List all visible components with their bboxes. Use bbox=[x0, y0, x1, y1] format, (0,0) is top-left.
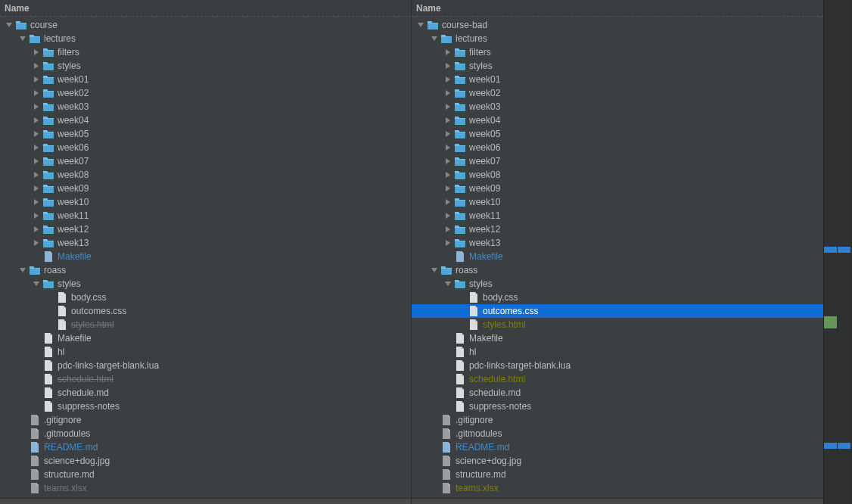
expand-arrow-down-icon[interactable] bbox=[418, 22, 424, 28]
tree-row[interactable]: week05 bbox=[412, 127, 823, 141]
expand-arrow-down-icon[interactable] bbox=[20, 36, 26, 42]
tree-row[interactable]: schedule.md bbox=[0, 386, 411, 400]
expand-arrow-right-icon[interactable] bbox=[445, 90, 451, 96]
tree-row[interactable]: outcomes.css bbox=[0, 304, 411, 318]
diff-minimap[interactable] bbox=[823, 0, 852, 504]
expand-arrow-down-icon[interactable] bbox=[431, 267, 437, 273]
tree-row[interactable]: roass bbox=[0, 263, 411, 277]
tree-row[interactable]: week04 bbox=[0, 114, 411, 127]
expand-arrow-down-icon[interactable] bbox=[20, 267, 26, 273]
tree-row[interactable]: week12 bbox=[0, 222, 411, 236]
expand-arrow-right-icon[interactable] bbox=[33, 240, 39, 246]
tree-row[interactable]: week03 bbox=[412, 100, 823, 114]
tree-row[interactable]: lectures bbox=[0, 32, 411, 45]
tree-row[interactable]: teams.xlsx bbox=[0, 481, 411, 495]
expand-arrow-right-icon[interactable] bbox=[33, 90, 39, 96]
right-tree[interactable]: course-badlecturesfiltersstylesweek01wee… bbox=[412, 17, 823, 498]
diff-marker[interactable] bbox=[838, 443, 850, 449]
tree-row[interactable]: week07 bbox=[0, 154, 411, 168]
tree-row[interactable]: suppress-notes bbox=[412, 400, 823, 413]
tree-row[interactable]: filters bbox=[412, 45, 823, 59]
tree-row[interactable]: suppress-notes bbox=[0, 400, 411, 413]
horizontal-scrollbar[interactable] bbox=[0, 498, 411, 504]
expand-arrow-right-icon[interactable] bbox=[445, 226, 451, 232]
tree-row[interactable]: .gitmodules bbox=[412, 427, 823, 440]
tree-row[interactable]: filters bbox=[0, 45, 411, 59]
expand-arrow-right-icon[interactable] bbox=[33, 63, 39, 69]
expand-arrow-right-icon[interactable] bbox=[33, 213, 39, 219]
tree-row[interactable]: week03 bbox=[0, 100, 411, 114]
diff-marker[interactable] bbox=[824, 316, 837, 322]
tree-row[interactable]: week12 bbox=[412, 222, 823, 236]
tree-row[interactable]: pdc-links-target-blank.lua bbox=[0, 359, 411, 372]
expand-arrow-right-icon[interactable] bbox=[445, 199, 451, 205]
tree-row[interactable]: week10 bbox=[0, 195, 411, 209]
expand-arrow-right-icon[interactable] bbox=[445, 172, 451, 178]
tree-row[interactable]: structure.md bbox=[0, 468, 411, 481]
tree-row[interactable]: week04 bbox=[412, 114, 823, 127]
expand-arrow-right-icon[interactable] bbox=[33, 76, 39, 82]
tree-row[interactable]: week11 bbox=[412, 209, 823, 222]
tree-row[interactable]: hl bbox=[0, 345, 411, 359]
tree-row[interactable]: week10 bbox=[412, 195, 823, 209]
tree-row[interactable]: .gitignore bbox=[412, 413, 823, 427]
tree-row[interactable]: week02 bbox=[0, 86, 411, 100]
expand-arrow-right-icon[interactable] bbox=[445, 76, 451, 82]
expand-arrow-right-icon[interactable] bbox=[33, 172, 39, 178]
tree-row[interactable]: week01 bbox=[0, 73, 411, 86]
tree-row[interactable]: schedule.html bbox=[412, 372, 823, 386]
tree-row[interactable]: week09 bbox=[412, 182, 823, 195]
tree-row[interactable]: week08 bbox=[412, 168, 823, 182]
tree-row[interactable]: week09 bbox=[0, 182, 411, 195]
tree-row[interactable]: roass bbox=[412, 263, 823, 277]
expand-arrow-right-icon[interactable] bbox=[33, 49, 39, 55]
tree-row[interactable]: .gitignore bbox=[0, 413, 411, 427]
expand-arrow-down-icon[interactable] bbox=[431, 36, 437, 42]
diff-marker[interactable] bbox=[824, 443, 837, 449]
expand-arrow-right-icon[interactable] bbox=[33, 117, 39, 123]
diff-marker[interactable] bbox=[824, 322, 837, 328]
expand-arrow-right-icon[interactable] bbox=[33, 104, 39, 110]
expand-arrow-right-icon[interactable] bbox=[33, 131, 39, 137]
tree-row[interactable]: pdc-links-target-blank.lua bbox=[412, 359, 823, 372]
tree-row[interactable]: README.md bbox=[0, 440, 411, 454]
tree-row[interactable]: teams.xlsx bbox=[412, 481, 823, 495]
tree-row[interactable]: Makefile bbox=[412, 250, 823, 263]
tree-row[interactable]: week05 bbox=[0, 127, 411, 141]
column-header-name[interactable]: Name bbox=[412, 0, 823, 17]
tree-row[interactable]: week06 bbox=[0, 141, 411, 154]
expand-arrow-right-icon[interactable] bbox=[445, 185, 451, 191]
tree-row[interactable]: README.md bbox=[412, 440, 823, 454]
tree-row[interactable]: structure.md bbox=[412, 468, 823, 481]
tree-row[interactable]: course bbox=[0, 18, 411, 32]
expand-arrow-right-icon[interactable] bbox=[445, 240, 451, 246]
tree-row[interactable]: week06 bbox=[412, 141, 823, 154]
expand-arrow-down-icon[interactable] bbox=[6, 22, 12, 28]
tree-row[interactable]: Makefile bbox=[0, 250, 411, 263]
tree-row[interactable]: science+dog.jpg bbox=[0, 454, 411, 468]
expand-arrow-right-icon[interactable] bbox=[445, 104, 451, 110]
tree-row[interactable]: week13 bbox=[0, 236, 411, 250]
column-header-name[interactable]: Name bbox=[0, 0, 411, 17]
tree-row[interactable]: styles bbox=[0, 59, 411, 73]
tree-row[interactable]: Makefile bbox=[412, 331, 823, 345]
tree-row[interactable]: hl bbox=[412, 345, 823, 359]
expand-arrow-right-icon[interactable] bbox=[33, 226, 39, 232]
expand-arrow-right-icon[interactable] bbox=[33, 199, 39, 205]
expand-arrow-right-icon[interactable] bbox=[445, 63, 451, 69]
tree-row[interactable]: styles bbox=[0, 277, 411, 291]
expand-arrow-right-icon[interactable] bbox=[445, 131, 451, 137]
tree-row[interactable]: styles bbox=[412, 277, 823, 291]
expand-arrow-right-icon[interactable] bbox=[33, 145, 39, 151]
expand-arrow-right-icon[interactable] bbox=[33, 185, 39, 191]
tree-row[interactable]: schedule.html bbox=[0, 372, 411, 386]
tree-row[interactable]: lectures bbox=[412, 32, 823, 45]
tree-row[interactable]: body.css bbox=[0, 291, 411, 304]
expand-arrow-right-icon[interactable] bbox=[445, 49, 451, 55]
tree-row[interactable]: .gitmodules bbox=[0, 427, 411, 440]
expand-arrow-down-icon[interactable] bbox=[33, 281, 39, 287]
expand-arrow-down-icon[interactable] bbox=[445, 281, 451, 287]
tree-row[interactable]: week01 bbox=[412, 73, 823, 86]
tree-row[interactable]: styles bbox=[412, 59, 823, 73]
expand-arrow-right-icon[interactable] bbox=[445, 117, 451, 123]
